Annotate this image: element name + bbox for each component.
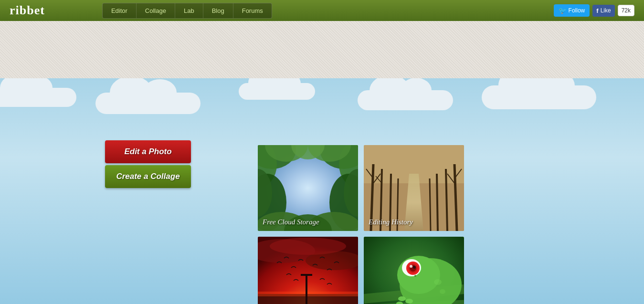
main-content: Edit a Photo Create a Collage bbox=[0, 78, 644, 304]
svg-line-24 bbox=[437, 174, 438, 231]
logo[interactable]: ribbet bbox=[10, 3, 45, 18]
svg-point-53 bbox=[414, 275, 416, 277]
photo-grid: Free Cloud Storage bbox=[258, 145, 464, 304]
edit-photo-button[interactable]: Edit a Photo bbox=[105, 140, 191, 163]
svg-point-49 bbox=[410, 265, 412, 268]
twitter-follow-label: Follow bbox=[569, 7, 585, 14]
nav-lab[interactable]: Lab bbox=[175, 3, 203, 18]
svg-rect-36 bbox=[258, 292, 358, 296]
facebook-like-button[interactable]: f Like bbox=[592, 5, 614, 17]
tile4-bg bbox=[364, 237, 464, 304]
nav-links: Editor Collage Lab Blog Forums bbox=[102, 3, 272, 19]
nav-blog[interactable]: Blog bbox=[203, 3, 233, 18]
tile3-image bbox=[258, 237, 358, 304]
twitter-icon: 🐦 bbox=[559, 7, 567, 14]
twitter-follow-button[interactable]: 🐦 Follow bbox=[554, 4, 590, 17]
svg-point-50 bbox=[398, 296, 406, 301]
facebook-icon: f bbox=[596, 7, 598, 14]
like-count: 72k bbox=[618, 5, 634, 16]
nav-forums[interactable]: Forums bbox=[233, 3, 272, 18]
tile-connected[interactable]: Connected bbox=[258, 237, 358, 304]
svg-line-25 bbox=[430, 178, 431, 231]
facebook-like-label: Like bbox=[601, 7, 611, 14]
svg-point-55 bbox=[440, 289, 445, 294]
svg-point-54 bbox=[434, 279, 442, 285]
tile4-image bbox=[364, 237, 464, 304]
svg-point-43 bbox=[397, 256, 440, 294]
tile-editing-history[interactable]: Editing History bbox=[364, 145, 464, 231]
tile-picnik-style[interactable]: Picnik-Style bbox=[364, 237, 464, 304]
action-buttons: Edit a Photo Create a Collage bbox=[105, 140, 191, 188]
svg-rect-37 bbox=[306, 275, 307, 304]
navbar: ribbet Editor Collage Lab Blog Forums 🐦 … bbox=[0, 0, 644, 21]
tile2-label: Editing History bbox=[369, 218, 413, 226]
svg-rect-38 bbox=[301, 274, 312, 276]
svg-point-48 bbox=[413, 266, 416, 269]
create-collage-button[interactable]: Create a Collage bbox=[105, 165, 191, 188]
banner bbox=[0, 21, 644, 78]
tile-free-cloud-storage[interactable]: Free Cloud Storage bbox=[258, 145, 358, 231]
nav-editor[interactable]: Editor bbox=[103, 3, 137, 18]
tile1-label: Free Cloud Storage bbox=[263, 218, 319, 226]
svg-point-51 bbox=[405, 299, 413, 304]
social-area: 🐦 Follow f Like 72k bbox=[554, 4, 634, 17]
nav-collage[interactable]: Collage bbox=[137, 3, 175, 18]
tile3-bg bbox=[258, 237, 358, 304]
content-area: Edit a Photo Create a Collage bbox=[0, 78, 644, 304]
svg-point-34 bbox=[270, 238, 346, 255]
